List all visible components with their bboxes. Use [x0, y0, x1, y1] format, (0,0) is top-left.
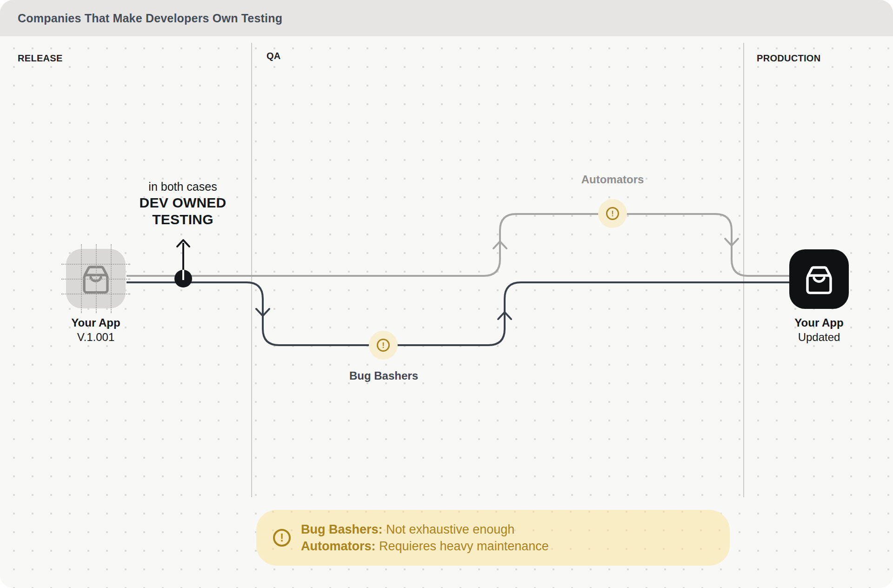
- annotation-line: DEV OWNED: [113, 194, 253, 211]
- warning-icon: !: [273, 529, 291, 547]
- note-term: Bug Bashers:: [301, 522, 383, 536]
- note-desc: Not exhaustive enough: [383, 522, 515, 536]
- note-desc: Requieres heavy maintenance: [376, 539, 549, 553]
- your-app-node-icon: [66, 249, 126, 308]
- node-subtitle: V.1.001: [40, 330, 152, 344]
- exclamation-glyph: !: [377, 339, 390, 352]
- warning-note-box: ! Bug Bashers: Not exhaustive enough Aut…: [256, 510, 730, 566]
- your-app-node-label: Your App V.1.001: [40, 315, 152, 344]
- node-subtitle: Updated: [763, 330, 875, 344]
- app-store-bag-icon: [801, 261, 837, 297]
- note-term: Automators:: [301, 539, 376, 553]
- app-store-bag-icon: [78, 261, 114, 297]
- your-app-updated-node-icon: [789, 249, 849, 309]
- bug-bashers-flow-line: [127, 282, 791, 345]
- annotation-dev-owned-testing: in both cases DEV OWNED TESTING: [113, 179, 253, 228]
- flow-lines-svg: [0, 36, 893, 588]
- diagram-card: Companies That Make Developers Own Testi…: [0, 0, 893, 588]
- annotation-line: TESTING: [113, 211, 253, 228]
- automators-label: Automators: [547, 173, 678, 186]
- page-title: Companies That Make Developers Own Testi…: [18, 12, 282, 25]
- bug-bashers-label: Bug Bashers: [319, 369, 449, 382]
- diagram-canvas: RELEASE QA PRODUCTION in both cases DEV …: [0, 36, 893, 588]
- exclamation-glyph: !: [606, 207, 619, 220]
- note-line: Automators: Requieres heavy maintenance: [301, 538, 549, 555]
- note-text: Bug Bashers: Not exhaustive enough Autom…: [301, 521, 549, 555]
- your-app-updated-node-label: Your App Updated: [763, 315, 875, 344]
- warning-icon: !: [598, 199, 627, 228]
- title-bar: Companies That Make Developers Own Testi…: [0, 0, 893, 36]
- node-title: Your App: [763, 315, 875, 330]
- note-line: Bug Bashers: Not exhaustive enough: [301, 521, 549, 538]
- annotation-line: in both cases: [113, 179, 253, 194]
- warning-icon: !: [369, 331, 398, 360]
- node-title: Your App: [40, 315, 152, 330]
